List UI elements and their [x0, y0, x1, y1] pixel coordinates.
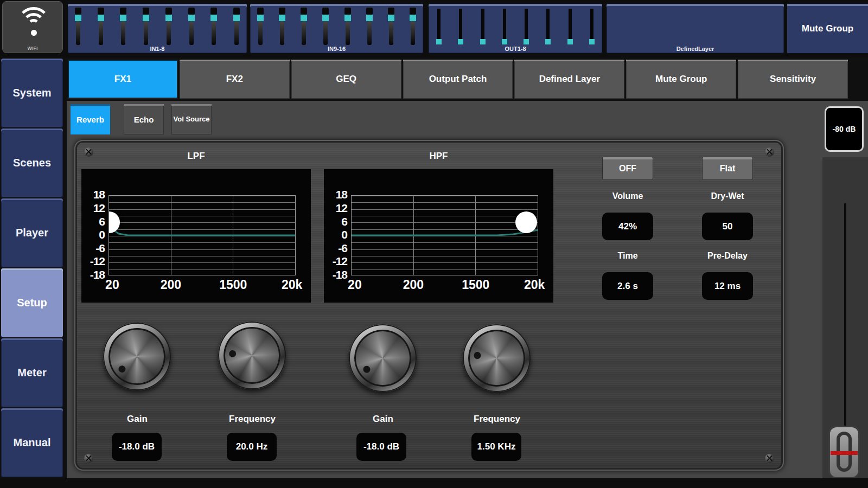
- top-bar: WIFI IN1-8: [0, 0, 868, 57]
- flat-button[interactable]: Flat: [702, 157, 753, 180]
- x-tick: 20k: [282, 278, 302, 292]
- mini-fader[interactable]: [300, 8, 308, 45]
- tab-output-patch[interactable]: Output Patch: [403, 60, 513, 99]
- dry-wet-value[interactable]: 50: [702, 213, 753, 240]
- fader-bank-out1-8[interactable]: OUT1-8: [429, 4, 602, 53]
- mini-fader[interactable]: [257, 8, 264, 45]
- sidebar-item-setup[interactable]: Setup: [1, 268, 63, 337]
- mini-fader[interactable]: [501, 8, 508, 45]
- flat-button-label: Flat: [720, 164, 735, 174]
- hpf-handle[interactable]: [515, 211, 537, 233]
- wifi-status-button[interactable]: WIFI: [2, 1, 63, 53]
- lpf-gain-value[interactable]: -18.0 dB: [112, 433, 162, 461]
- reverb-off-button[interactable]: OFF: [602, 157, 653, 180]
- fx-reverb-panel: LPF 18 12 6 0 -6 -12 -18 20 200: [74, 140, 784, 471]
- mini-fader[interactable]: [522, 8, 530, 45]
- sidebar-label: Manual: [14, 436, 51, 449]
- lpf-gain-value-text: -18.0 dB: [119, 441, 155, 452]
- sidebar-label: Meter: [17, 367, 46, 379]
- volume-label: Volume: [602, 191, 653, 201]
- hpf-grid: [351, 195, 538, 275]
- screw-icon: [765, 454, 774, 463]
- fader-bank-in1-8[interactable]: IN1-8: [68, 4, 247, 53]
- sidebar-item-meter[interactable]: Meter: [1, 338, 63, 407]
- mini-fader[interactable]: [97, 8, 105, 45]
- screw-icon: [84, 454, 93, 463]
- mini-fader[interactable]: [366, 8, 373, 45]
- fader-group: [435, 8, 596, 45]
- hpf-graph[interactable]: 18 12 6 0 -6 -12 -18 20 200 1500 20k: [324, 169, 553, 303]
- tab-label: GEQ: [336, 74, 356, 85]
- mute-group-top-button[interactable]: Mute Group: [787, 4, 868, 53]
- time-value[interactable]: 2.6 s: [602, 272, 653, 300]
- subtab-reverb[interactable]: Reverb: [71, 104, 110, 134]
- lpf-frequency-label: Frequency: [219, 414, 286, 425]
- mini-fader[interactable]: [233, 8, 240, 45]
- master-fader-handle[interactable]: [828, 426, 860, 479]
- mini-fader[interactable]: [74, 8, 82, 45]
- y-tick: 0: [80, 228, 105, 241]
- tab-mute-group[interactable]: Mute Group: [626, 60, 736, 99]
- sidebar-item-manual[interactable]: Manual: [1, 408, 63, 477]
- mini-fader[interactable]: [566, 8, 574, 45]
- subtab-vol-source[interactable]: Vol Source: [171, 104, 212, 134]
- volume-value[interactable]: 42%: [602, 213, 653, 240]
- lpf-graph[interactable]: 18 12 6 0 -6 -12 -18 20 200 1500 20k: [81, 169, 311, 303]
- mini-fader[interactable]: [188, 8, 195, 45]
- mini-fader[interactable]: [409, 8, 417, 45]
- y-tick: -12: [80, 255, 105, 268]
- x-tick: 20: [348, 278, 362, 292]
- lpf-gain-knob[interactable]: [103, 323, 171, 390]
- mini-fader[interactable]: [210, 8, 218, 45]
- fader-bank-in9-16[interactable]: IN9-16: [250, 4, 423, 53]
- lpf-grid: [108, 195, 296, 275]
- mini-fader[interactable]: [544, 8, 552, 45]
- bottom-edge: [0, 478, 868, 488]
- sidebar-label: Setup: [17, 297, 47, 309]
- sidebar-item-scenes[interactable]: Scenes: [1, 129, 63, 197]
- subtab-echo[interactable]: Echo: [124, 104, 164, 134]
- mini-fader[interactable]: [119, 8, 127, 45]
- dry-wet-label: Dry-Wet: [702, 191, 753, 201]
- y-tick: -18: [80, 268, 105, 281]
- hpf-frequency-knob[interactable]: [463, 324, 531, 392]
- time-value-text: 2.6 s: [617, 281, 638, 292]
- tab-label: FX2: [226, 74, 243, 85]
- lpf-curve: [109, 196, 295, 275]
- tab-defined-layer[interactable]: Defined Layer: [514, 60, 624, 99]
- sidebar-label: Scenes: [13, 157, 51, 169]
- master-level-display: -80 dB: [825, 106, 864, 152]
- subtab-label: Vol Source: [174, 115, 210, 124]
- wifi-arc: [28, 19, 40, 31]
- mini-fader[interactable]: [322, 8, 329, 45]
- mute-group-top-label: Mute Group: [802, 23, 853, 34]
- mini-fader[interactable]: [588, 8, 596, 45]
- lpf-frequency-value[interactable]: 20.0 Hz: [227, 433, 277, 461]
- mini-fader[interactable]: [278, 8, 286, 45]
- tab-sensitivity[interactable]: Sensitivity: [738, 60, 848, 99]
- mini-fader[interactable]: [479, 8, 487, 45]
- tab-geq[interactable]: GEQ: [291, 60, 401, 99]
- pre-delay-value[interactable]: 12 ms: [702, 272, 753, 300]
- mini-fader[interactable]: [344, 8, 352, 45]
- mini-fader[interactable]: [435, 8, 443, 45]
- lpf-y-axis: 18 12 6 0 -6 -12 -18: [81, 194, 106, 275]
- volume-value-text: 42%: [618, 221, 637, 232]
- mini-fader[interactable]: [457, 8, 464, 45]
- sidebar-item-player[interactable]: Player: [1, 198, 63, 267]
- mini-fader[interactable]: [142, 8, 150, 45]
- tab-fx2[interactable]: FX2: [180, 60, 290, 99]
- hpf-frequency-value[interactable]: 1.50 KHz: [471, 433, 521, 461]
- lpf-gain-label: Gain: [104, 414, 171, 425]
- master-fader[interactable]: [822, 157, 868, 478]
- lpf-frequency-knob[interactable]: [218, 322, 286, 389]
- lpf-x-axis: 20 200 1500 20k: [108, 278, 296, 296]
- off-button-label: OFF: [619, 164, 636, 174]
- hpf-gain-knob[interactable]: [349, 324, 417, 392]
- mini-fader[interactable]: [387, 8, 395, 45]
- fader-bank-defined-layer[interactable]: DefinedLayer: [607, 4, 784, 53]
- tab-fx1[interactable]: FX1: [68, 60, 178, 99]
- mini-fader[interactable]: [165, 8, 173, 45]
- sidebar-item-system[interactable]: System: [1, 59, 63, 127]
- hpf-gain-value[interactable]: -18.0 dB: [356, 433, 406, 461]
